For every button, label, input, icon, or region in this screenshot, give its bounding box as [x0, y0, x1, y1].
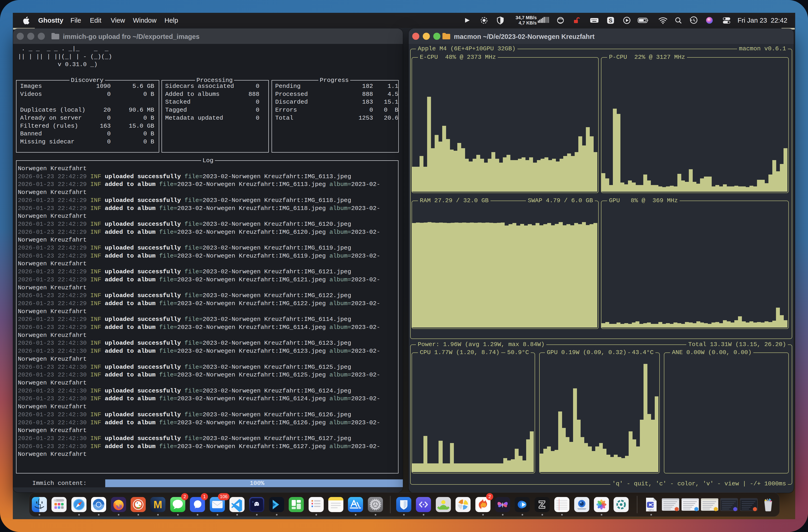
- svg-text:>: >: [252, 501, 254, 503]
- svg-text:MP4: MP4: [648, 509, 654, 511]
- svg-text:M: M: [153, 499, 162, 511]
